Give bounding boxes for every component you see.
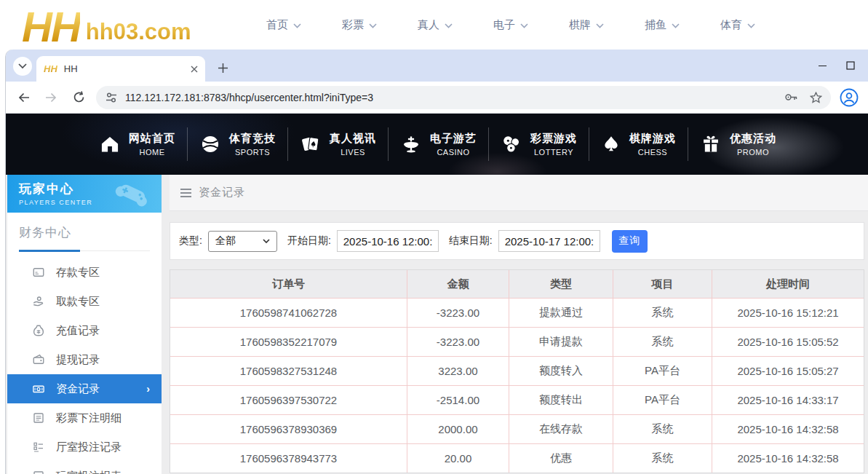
url-text: 112.121.172.181:8783/hhcp/usercenter.htm… xyxy=(125,92,784,103)
column-header-order-no: 订单号 xyxy=(170,270,407,298)
start-date-input[interactable] xyxy=(337,230,439,252)
password-key-icon[interactable] xyxy=(784,92,798,103)
casino-nav-label-zh: 真人视讯 xyxy=(330,132,376,146)
bookmark-star-icon[interactable] xyxy=(810,92,822,103)
site-nav-label: 电子 xyxy=(493,18,515,32)
cell-time: 2025-10-16 15:05:52 xyxy=(712,328,864,356)
site-nav-fishing[interactable]: 捕鱼 xyxy=(645,18,720,32)
sidebar-section: 财务中心 xyxy=(7,213,162,252)
profile-avatar-icon[interactable] xyxy=(840,88,859,107)
back-icon[interactable] xyxy=(13,87,33,108)
table-row: 1760596378930369 2000.00 在线存款 系统 2025-10… xyxy=(170,414,864,443)
sidebar-item-withdraw[interactable]: 取款专区 xyxy=(7,287,162,316)
table-row: 1760598352217079 -3223.00 申请提款 系统 2025-1… xyxy=(170,327,864,356)
cell-order-no: 1760598352217079 xyxy=(170,328,407,356)
chevron-down-icon xyxy=(747,23,755,28)
new-tab-button[interactable] xyxy=(214,59,231,76)
sidebar-item-withdrawal-record[interactable]: 提现记录 xyxy=(7,345,162,374)
casino-nav-lottery[interactable]: 彩票游戏LOTTERY xyxy=(489,114,589,175)
site-nav-sports[interactable]: 体育 xyxy=(720,18,796,32)
logo-text: HH xyxy=(22,4,80,50)
maximize-icon[interactable] xyxy=(846,61,855,70)
chevron-down-icon xyxy=(293,23,301,28)
casino-nav-casino[interactable]: 电子游艺CASINO xyxy=(389,114,489,175)
site-nav-home[interactable]: 首页 xyxy=(266,18,342,32)
hamburger-icon[interactable] xyxy=(180,188,192,198)
report-chart-icon xyxy=(32,470,45,474)
site-nav-lottery[interactable]: 彩票 xyxy=(342,18,418,32)
sidebar-item-deposit[interactable]: 存款专区 xyxy=(7,258,162,287)
cell-order-no: 1760598327531248 xyxy=(170,357,407,385)
sidebar-item-lottery-bets[interactable]: 彩票下注明细 xyxy=(7,403,162,432)
tab-search-button[interactable] xyxy=(13,57,32,76)
chevron-right-icon: › xyxy=(146,383,150,395)
sports-ball-icon xyxy=(200,134,220,154)
chevron-down-icon xyxy=(445,23,453,28)
sidebar-item-hall-bet-record[interactable]: 厅室投注记录 xyxy=(7,432,162,462)
cell-order-no: 1760596397530722 xyxy=(170,386,407,414)
forward-icon[interactable] xyxy=(41,87,61,108)
cell-order-no: 1760598741062728 xyxy=(170,299,407,327)
site-info-icon[interactable] xyxy=(105,92,118,103)
sidebar-header: 玩家中心 PLAYERS CENTER xyxy=(7,175,162,213)
chevron-down-icon xyxy=(263,239,270,243)
casino-nav-label-zh: 棋牌游戏 xyxy=(629,132,676,146)
casino-nav-label-zh: 体育竞技 xyxy=(229,132,276,146)
casino-nav-chess[interactable]: 棋牌游戏CHESS xyxy=(589,114,688,175)
breadcrumb-title: 资金记录 xyxy=(199,186,245,200)
casino-nav-live[interactable]: 真人视讯LIVES xyxy=(288,114,389,175)
end-date-label: 结束日期: xyxy=(449,234,493,248)
browser-tabstrip: HH HH xyxy=(6,50,868,82)
cell-time: 2025-10-16 14:32:58 xyxy=(712,415,864,443)
sidebar-item-recharge-record[interactable]: 充值记录 xyxy=(7,316,162,345)
site-nav-label: 体育 xyxy=(720,18,742,32)
money-bag-icon xyxy=(32,324,45,337)
site-nav-label: 真人 xyxy=(418,18,439,32)
casino-nav-label-zh: 电子游艺 xyxy=(430,132,477,146)
cell-time: 2025-10-16 14:32:58 xyxy=(712,444,864,473)
site-nav-slots[interactable]: 电子 xyxy=(493,18,569,32)
casino-nav-label-zh: 优惠活动 xyxy=(730,132,776,146)
tab-close-icon[interactable] xyxy=(191,66,198,73)
type-select-value: 全部 xyxy=(215,234,236,248)
minimize-icon[interactable] xyxy=(818,61,827,71)
window-controls xyxy=(818,50,855,82)
casino-nav-label-en: SPORTS xyxy=(235,148,270,157)
sidebar-item-player-report[interactable]: 玩家投注报表 xyxy=(7,462,162,474)
sidebar-item-funds-record[interactable]: 资金记录 › xyxy=(7,374,162,403)
sidebar-item-label: 存款专区 xyxy=(56,266,100,280)
site-nav-label: 棋牌 xyxy=(569,18,591,32)
browser-tab[interactable]: HH HH xyxy=(36,56,205,82)
column-header-time: 处理时间 xyxy=(712,270,864,298)
url-bar[interactable]: 112.121.172.181:8783/hhcp/usercenter.htm… xyxy=(96,86,831,109)
wallet-icon xyxy=(32,353,45,366)
casino-nav-sports[interactable]: 体育竞技SPORTS xyxy=(188,114,288,175)
site-logo[interactable]: HH hh03.com xyxy=(22,0,191,50)
sidebar-item-label: 取款专区 xyxy=(56,295,100,309)
type-select[interactable]: 全部 xyxy=(208,231,277,252)
cell-project: PA平台 xyxy=(613,357,712,385)
cell-project: PA平台 xyxy=(613,386,712,414)
browser-toolbar: 112.121.172.181:8783/hhcp/usercenter.htm… xyxy=(6,82,868,114)
lottery-balls-icon xyxy=(501,134,522,154)
web-page: 网站首页HOME 体育竞技SPORTS 真人视讯LIVES 电子游艺CASINO… xyxy=(6,114,868,474)
cell-type: 在线存款 xyxy=(509,415,613,443)
site-nav-live[interactable]: 真人 xyxy=(418,18,493,32)
site-nav-label: 首页 xyxy=(266,18,288,32)
casino-nav-label-en: HOME xyxy=(140,148,165,157)
casino-nav-label-en: PROMO xyxy=(737,148,769,157)
cell-time: 2025-10-16 14:33:17 xyxy=(712,386,864,414)
casino-nav-promo[interactable]: 优惠活动PROMO xyxy=(688,114,789,175)
playing-cards-icon xyxy=(300,134,321,154)
cell-time: 2025-10-16 15:12:21 xyxy=(712,299,864,327)
reload-icon[interactable] xyxy=(68,87,89,108)
site-nav-chess[interactable]: 棋牌 xyxy=(569,18,645,32)
roulette-icon xyxy=(401,134,421,154)
site-nav-label: 彩票 xyxy=(342,18,364,32)
chevron-down-icon xyxy=(18,63,27,69)
casino-nav-home[interactable]: 网站首页HOME xyxy=(87,114,188,175)
column-header-project: 项目 xyxy=(613,270,712,298)
cell-type: 优惠 xyxy=(509,444,613,473)
search-button[interactable]: 查询 xyxy=(612,230,648,253)
end-date-input[interactable] xyxy=(498,230,600,252)
